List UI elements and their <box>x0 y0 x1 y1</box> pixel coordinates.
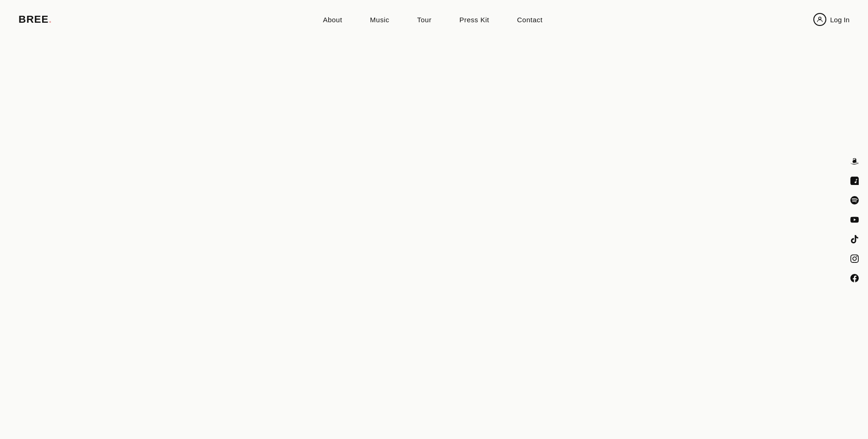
facebook-icon[interactable] <box>849 273 860 283</box>
login-label: Log In <box>830 16 849 24</box>
user-icon <box>813 13 826 26</box>
login-button[interactable]: Log In <box>813 13 849 26</box>
youtube-icon[interactable] <box>849 215 860 225</box>
nav-contact[interactable]: Contact <box>517 16 542 24</box>
instagram-icon[interactable] <box>849 254 860 264</box>
main-nav: About Music Tour Press Kit Contact <box>323 16 542 24</box>
nav-about[interactable]: About <box>323 16 342 24</box>
nav-music[interactable]: Music <box>370 16 390 24</box>
nav-press-kit[interactable]: Press Kit <box>459 16 490 24</box>
apple-music-icon[interactable] <box>849 176 860 186</box>
nav-tour[interactable]: Tour <box>417 16 432 24</box>
logo-text: BREE <box>19 13 49 25</box>
social-sidebar <box>849 156 860 283</box>
main-content <box>0 39 868 439</box>
svg-point-0 <box>819 17 821 19</box>
logo-dot: . <box>49 13 52 25</box>
tiktok-icon[interactable] <box>849 234 860 244</box>
spotify-icon[interactable] <box>849 195 860 205</box>
site-header: BREE. About Music Tour Press Kit Contact… <box>0 0 868 39</box>
amazon-music-icon[interactable] <box>849 156 860 166</box>
site-logo[interactable]: BREE. <box>19 13 52 25</box>
